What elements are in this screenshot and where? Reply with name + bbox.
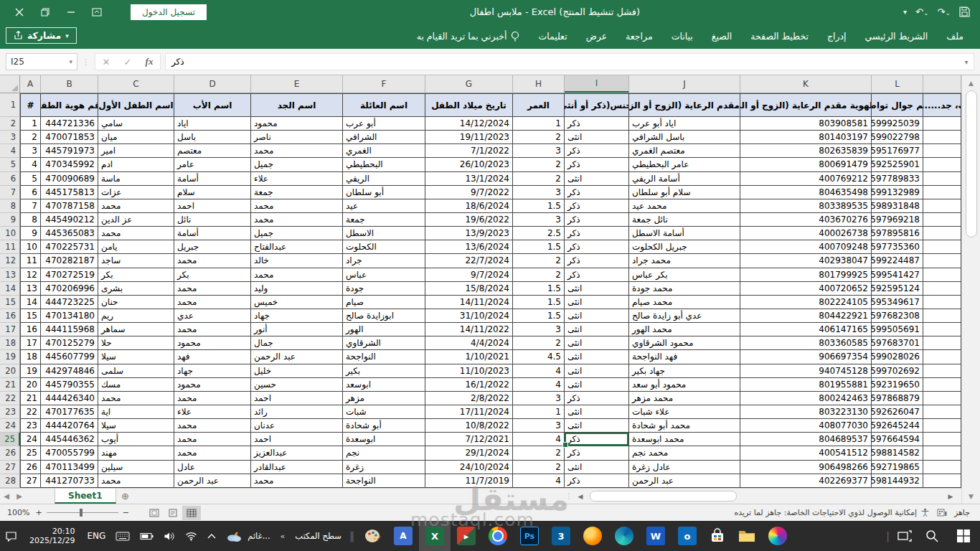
row-header-9[interactable]: 9 <box>0 213 20 227</box>
cell[interactable]: النواجحة <box>343 474 425 488</box>
column-header-J[interactable]: J <box>629 75 740 93</box>
cell[interactable]: الغمري <box>343 144 425 158</box>
cell[interactable] <box>923 144 961 158</box>
header-cell[interactable]: رقم جوال تواصل <box>872 93 923 117</box>
cell[interactable]: 2 <box>20 131 41 144</box>
cell[interactable]: 18/6/2024 <box>425 199 513 213</box>
cell[interactable]: عادل زغرة <box>629 461 740 474</box>
search-icon[interactable] <box>917 521 947 551</box>
cell[interactable]: 13/1/2024 <box>425 172 513 186</box>
row-header-12[interactable]: 12 <box>0 254 20 268</box>
cell[interactable]: 26/10/2023 <box>425 158 513 171</box>
cell[interactable]: محمود <box>174 336 251 350</box>
row-header-21[interactable]: 21 <box>0 378 20 392</box>
cell[interactable]: ذكر <box>565 446 629 460</box>
cell[interactable]: 598931848 <box>872 199 923 213</box>
cell[interactable]: محمود أبو سعد <box>629 378 740 392</box>
cell[interactable]: اياد <box>174 117 251 131</box>
chrome-icon[interactable] <box>482 521 514 551</box>
cell[interactable]: حنان <box>98 296 174 309</box>
cell[interactable]: الكحلوت <box>343 240 425 254</box>
3dsmax-icon[interactable]: 3 <box>545 521 577 551</box>
cell[interactable]: شبات <box>343 405 425 419</box>
cell[interactable]: 7/12/2021 <box>425 433 513 446</box>
cell[interactable]: 804635498 <box>740 186 872 199</box>
cell[interactable]: 599702692 <box>872 364 923 378</box>
cell[interactable]: 800691479 <box>740 158 872 171</box>
macro-recording-icon[interactable] <box>937 509 947 517</box>
cell[interactable]: 599925039 <box>872 117 923 131</box>
cell[interactable] <box>923 117 961 131</box>
cell[interactable]: بكر <box>174 268 251 282</box>
cell[interactable]: 3 <box>513 144 565 158</box>
cell[interactable]: 445365083 <box>41 227 98 240</box>
cell[interactable]: النواجحة <box>343 350 425 364</box>
cancel-entry-icon[interactable]: ✕ <box>95 57 117 67</box>
cell[interactable]: البحطيطي <box>343 158 425 171</box>
cell[interactable]: رائد <box>251 405 343 419</box>
cell[interactable]: نجم <box>343 446 425 460</box>
cell[interactable]: 2 <box>513 268 565 282</box>
cell[interactable]: محمد <box>251 213 343 227</box>
cell[interactable]: 803908581 <box>740 117 872 131</box>
outlook-icon[interactable]: o <box>672 521 703 551</box>
cell[interactable]: 19/11/2023 <box>425 131 513 144</box>
header-cell[interactable]: الجنس(ذكر أو أنثى) <box>565 93 629 117</box>
cell[interactable]: محمد ابوسعدة <box>629 433 740 446</box>
cell[interactable] <box>923 296 961 309</box>
cell[interactable]: 445175813 <box>41 186 98 199</box>
row-header-8[interactable]: 8 <box>0 199 20 213</box>
cell[interactable]: مهند <box>98 446 174 460</box>
cell[interactable]: 15 <box>20 309 41 323</box>
row-header-20[interactable]: 20 <box>0 364 20 378</box>
cell[interactable]: جبريل الكحلوت <box>629 240 740 254</box>
cell[interactable]: 597895816 <box>872 227 923 240</box>
cell[interactable]: 3 <box>513 213 565 227</box>
cell[interactable]: ابوزايدة صالح <box>343 309 425 323</box>
ribbon-tab-8[interactable]: تعليمات <box>529 24 576 49</box>
scroll-left-icon[interactable]: ◀ <box>575 493 585 500</box>
column-header-H[interactable]: H <box>513 75 565 93</box>
ribbon-tab-3[interactable]: تخطيط الصفحة <box>741 24 818 49</box>
cell[interactable]: 597682308 <box>872 309 923 323</box>
cell[interactable]: انثى <box>565 282 629 296</box>
cell[interactable]: محمد عيد <box>629 199 740 213</box>
header-cell[interactable]: اسم الأب <box>174 93 251 117</box>
cell[interactable]: 408077030 <box>740 419 872 433</box>
cell[interactable]: ميان <box>98 131 174 144</box>
cell[interactable] <box>923 474 961 488</box>
cell[interactable]: محمد <box>174 433 251 446</box>
cell[interactable]: 1.5 <box>513 282 565 296</box>
cell[interactable]: 10 <box>20 240 41 254</box>
cell[interactable]: 470055799 <box>41 446 98 460</box>
cell[interactable]: انثى <box>565 405 629 419</box>
cell[interactable]: 403670276 <box>740 213 872 227</box>
cell[interactable]: 20 <box>20 378 41 392</box>
cell[interactable]: 592719865 <box>872 461 923 474</box>
taskbar-clock[interactable]: 20:10 2025/12/29 <box>22 521 82 551</box>
cell[interactable]: 802635839 <box>740 144 872 158</box>
cell[interactable]: جميل <box>251 227 343 240</box>
row-header-3[interactable]: 3 <box>0 131 20 144</box>
cell[interactable]: ادم <box>98 158 174 171</box>
cell[interactable]: 25 <box>20 446 41 460</box>
cell[interactable]: 2/8/2022 <box>425 392 513 405</box>
cell[interactable]: 445607799 <box>41 350 98 364</box>
header-cell[interactable]: اسم العائلة <box>343 93 425 117</box>
wordpad-icon[interactable]: A <box>387 521 419 551</box>
toolbar-chevrons-icon[interactable]: « <box>275 521 291 551</box>
row-header-1[interactable]: 1 <box>0 93 20 117</box>
file-explorer-icon[interactable] <box>732 521 762 551</box>
cell[interactable]: أبو سلطان <box>343 186 425 199</box>
cell[interactable]: 5 <box>20 172 41 186</box>
cell[interactable] <box>923 392 961 405</box>
store-icon[interactable] <box>703 521 732 551</box>
cell[interactable]: محمد <box>174 323 251 336</box>
horizontal-scrollbar[interactable]: ⋮ ◀ ▶ <box>565 490 956 502</box>
cell[interactable]: 14/12/2024 <box>425 117 513 131</box>
task-view-icon[interactable] <box>892 521 917 551</box>
row-header-11[interactable]: 11 <box>0 240 20 254</box>
cell[interactable]: سماهر <box>98 323 174 336</box>
vertical-scrollbar[interactable]: ▲ ▼ <box>961 75 980 504</box>
cell[interactable]: محمد نجم <box>629 446 740 460</box>
